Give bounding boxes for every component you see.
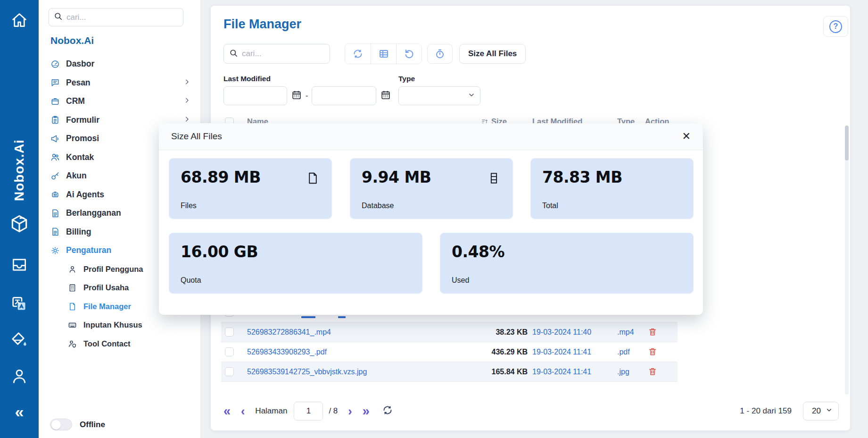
sidebar-item-label: Kontak (66, 152, 94, 162)
sidebar-item-label: CRM (66, 96, 85, 106)
megaphone-icon (50, 134, 60, 143)
reset-button[interactable] (396, 44, 422, 64)
translate-icon[interactable] (10, 295, 29, 313)
sidebar-item-tool-contact[interactable]: Tool Contact (39, 335, 201, 354)
quota-label: Quota (181, 276, 201, 285)
scrollbar-thumb[interactable] (845, 126, 849, 160)
rail-brand-vertical: Nobox.Ai (0, 128, 39, 212)
delete-icon[interactable] (648, 327, 657, 338)
offline-toggle[interactable] (50, 419, 72, 430)
close-icon[interactable]: ✕ (682, 131, 691, 142)
sidebar-search[interactable] (49, 8, 183, 26)
file-link[interactable]: 526983539142725_vbbvjstk.vzs.jpg (247, 368, 367, 376)
icon-rail: Nobox.Ai « (0, 0, 39, 438)
table-view-button[interactable] (371, 44, 396, 64)
sidebar-item-label: Formulir (66, 115, 99, 125)
file-type: .jpg (617, 368, 629, 376)
delete-icon[interactable] (648, 347, 657, 358)
file-size: 436.29 KB (447, 348, 528, 356)
chevron-right-icon[interactable] (183, 96, 190, 106)
sidebar-item-inputan-khusus[interactable]: Inputan Khusus (39, 316, 201, 335)
filters: Last Modified - (223, 75, 391, 105)
chevron-right-icon[interactable] (183, 78, 190, 88)
type-filter: Type (398, 75, 480, 105)
total-size-label: Total (542, 202, 558, 210)
sidebar-item-label: Inputan Khusus (83, 320, 142, 329)
contact-shield-icon (68, 339, 77, 348)
robot-icon (50, 190, 60, 199)
building-icon (68, 283, 77, 292)
modal-header: Size All Files ✕ (159, 123, 703, 150)
table-row: 526983539142725_vbbvjstk.vzs.jpg 165.84 … (221, 362, 678, 382)
first-page-button[interactable]: « (223, 405, 231, 418)
sidebar-item-label: Billing (66, 227, 91, 237)
total-pages: / 8 (329, 406, 338, 416)
home-icon[interactable] (10, 11, 28, 29)
sidebar-item-label: Akun (66, 171, 87, 181)
toolbar-button-group (345, 43, 422, 64)
table-row: 526983272886341_.mp4 38.23 KB 19-03-2024… (221, 322, 678, 342)
sidebar-item-label: Profil Pengguna (83, 265, 143, 274)
sidebar-item-label: Berlangganan (66, 208, 121, 218)
sync-button[interactable] (345, 44, 371, 64)
history-button[interactable] (427, 44, 453, 64)
file-link[interactable]: 526983272886341_.mp4 (247, 328, 331, 337)
collapse-sidebar-icon[interactable]: « (15, 403, 24, 421)
files-size-value: 68.89 MB (181, 168, 261, 186)
toggle-knob (51, 420, 61, 430)
row-checkbox[interactable] (225, 347, 234, 356)
calendar-icon[interactable] (380, 90, 391, 102)
cube-logo-icon[interactable] (9, 213, 30, 234)
inbox-icon[interactable] (10, 256, 28, 274)
paint-bucket-icon[interactable] (10, 330, 29, 349)
search-icon (54, 12, 63, 23)
help-icon: ? (829, 20, 842, 33)
sidebar-item-dasbor[interactable]: Dasbor (39, 55, 201, 74)
offline-label: Offline (80, 420, 105, 430)
page-size-select[interactable]: 20 (803, 402, 839, 421)
database-icon (488, 172, 500, 186)
chevron-down-icon (468, 91, 475, 101)
refresh-icon[interactable] (382, 404, 393, 418)
sidebar-item-crm[interactable]: CRM (39, 92, 201, 111)
sidebar-brand: Nobox.Ai (50, 35, 94, 46)
key-icon (50, 171, 60, 181)
size-all-files-modal: Size All Files ✕ 68.89 MB Files 9.94 MB … (159, 123, 703, 315)
vertical-scrollbar[interactable] (845, 126, 849, 395)
person-icon (68, 265, 77, 274)
sidebar-search-input[interactable] (66, 13, 178, 22)
last-page-button[interactable]: » (363, 405, 370, 418)
file-size: 38.23 KB (447, 328, 528, 337)
row-checkbox[interactable] (225, 328, 234, 337)
size-all-files-button[interactable]: Size All Files (459, 44, 526, 64)
user-icon[interactable] (10, 367, 29, 386)
pagination: « ‹ Halaman / 8 › » 1 - 20 dari 159 20 (223, 401, 839, 421)
file-icon (68, 302, 77, 311)
page-number-input[interactable] (294, 402, 323, 421)
range-text: 1 - 20 dari 159 (740, 406, 792, 416)
date-range-separator: - (306, 92, 308, 100)
prev-page-button[interactable]: ‹ (241, 405, 245, 417)
message-icon (50, 78, 60, 87)
database-size-card: 9.94 MB Database (350, 158, 513, 219)
toolbar: Size All Files (223, 44, 526, 64)
file-link[interactable]: 526983433908293_.pdf (247, 348, 327, 356)
gear-icon (50, 246, 60, 255)
type-select[interactable] (398, 86, 480, 105)
users-icon (50, 152, 60, 162)
date-from-input[interactable] (223, 86, 287, 105)
row-checkbox[interactable] (225, 367, 234, 376)
file-modified: 19-03-2024 11:41 (532, 368, 591, 376)
help-button[interactable]: ? (823, 16, 848, 37)
last-modified-label: Last Modified (223, 75, 391, 83)
briefcase-icon (50, 97, 60, 106)
keyboard-icon (68, 320, 77, 329)
file-search-input[interactable] (242, 49, 324, 59)
delete-icon[interactable] (648, 367, 657, 378)
sidebar-item-pesan[interactable]: Pesan (39, 74, 201, 93)
date-to-input[interactable] (312, 86, 376, 105)
file-search[interactable] (223, 44, 330, 64)
calendar-icon[interactable] (291, 90, 302, 102)
sidebar-item-label: Pengaturan (66, 245, 111, 255)
next-page-button[interactable]: › (348, 405, 352, 417)
